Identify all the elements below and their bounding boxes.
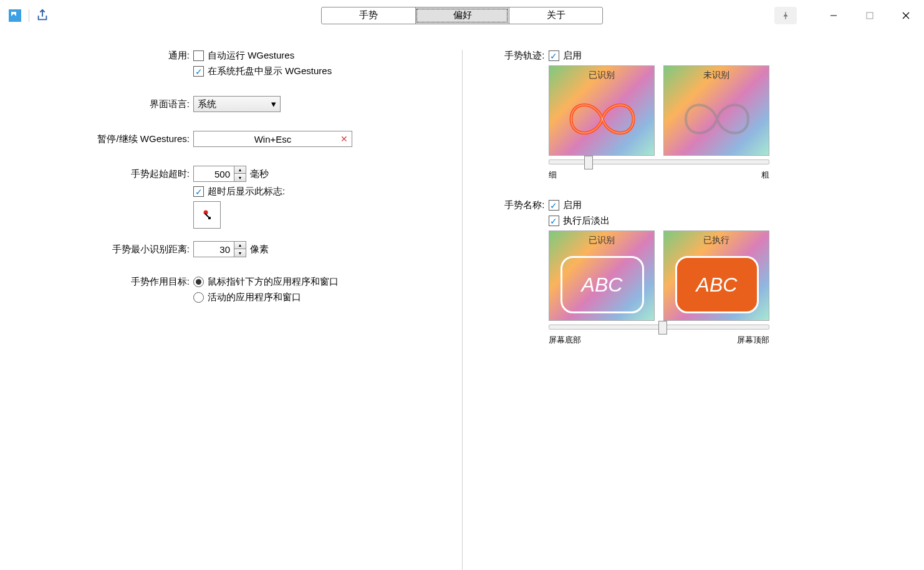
minimize-button[interactable] <box>816 2 852 29</box>
hotkey-value: Win+Esc <box>254 134 292 145</box>
name-enable-checkbox[interactable] <box>549 200 559 211</box>
language-value: 系统 <box>198 98 216 110</box>
slider-top-label: 屏幕顶部 <box>737 335 769 346</box>
name-executed-preview[interactable]: 已执行 ABC <box>663 230 769 321</box>
trail-recognized-preview[interactable]: 已识别 <box>549 65 655 156</box>
min-dist-unit: 像素 <box>250 244 269 255</box>
min-dist-input[interactable] <box>193 241 234 257</box>
show-flag-checkbox[interactable] <box>193 186 204 197</box>
tab-gestures[interactable]: 手势 <box>322 7 415 24</box>
pane-general: 通用: 自动运行 WGestures 在系统托盘中显示 WGestures 界面… <box>0 50 463 570</box>
timeout-unit: 毫秒 <box>250 168 269 180</box>
tab-about[interactable]: 关于 <box>509 7 602 24</box>
chevron-down-icon: ▾ <box>271 98 276 110</box>
name-position-thumb[interactable] <box>658 321 667 335</box>
abc-executed: ABC <box>675 256 759 313</box>
target-under-cursor-radio[interactable] <box>193 277 204 287</box>
min-dist-spinner[interactable]: ▲ ▼ <box>193 241 246 257</box>
share-icon[interactable] <box>36 9 49 22</box>
slider-thin-label: 细 <box>549 169 557 181</box>
tab-preferences[interactable]: 偏好 <box>415 7 509 24</box>
tray-checkbox[interactable] <box>193 66 204 77</box>
unrecognized-title: 未识别 <box>664 70 769 81</box>
language-select[interactable]: 系统 ▾ <box>193 96 281 112</box>
name-executed-title: 已执行 <box>664 235 769 246</box>
name-recognized-title: 已识别 <box>549 235 654 246</box>
tray-label: 在系统托盘中显示 WGestures <box>208 65 332 77</box>
name-label: 手势名称: <box>463 199 549 211</box>
min-dist-up[interactable]: ▲ <box>234 242 246 249</box>
min-dist-down[interactable]: ▼ <box>234 249 246 257</box>
pane-visual: 手势轨迹: 启用 已识别 未识别 细 粗 <box>463 50 925 570</box>
language-label: 界面语言: <box>0 98 193 110</box>
target-under-cursor-label: 鼠标指针下方的应用程序和窗口 <box>208 276 339 288</box>
svg-rect-2 <box>867 12 873 19</box>
titlebar: 手势 偏好 关于 <box>0 0 924 31</box>
hotkey-input[interactable]: Win+Esc ✕ <box>193 131 352 147</box>
abc-recognized: ABC <box>561 256 644 313</box>
autorun-checkbox[interactable] <box>193 50 204 61</box>
trail-unrecognized-preview[interactable]: 未识别 <box>663 65 769 156</box>
titlebar-left <box>0 8 49 23</box>
target-active-label: 活动的应用程序和窗口 <box>208 292 301 303</box>
svg-rect-0 <box>9 9 21 22</box>
hotkey-label: 暂停/继续 WGestures: <box>0 133 193 145</box>
name-recognized-preview[interactable]: 已识别 ABC <box>549 230 655 321</box>
tab-group: 手势 偏好 关于 <box>321 7 603 24</box>
hotkey-clear-button[interactable]: ✕ <box>340 134 348 144</box>
name-position-slider[interactable] <box>549 325 769 330</box>
fade-label: 执行后淡出 <box>563 215 610 227</box>
timeout-label: 手势起始超时: <box>0 168 193 180</box>
slider-thick-label: 粗 <box>761 169 769 181</box>
pin-button[interactable] <box>774 7 797 24</box>
timeout-up[interactable]: ▲ <box>234 166 246 174</box>
window-controls <box>774 2 924 29</box>
trail-enable-checkbox[interactable] <box>549 50 559 61</box>
maximize-button[interactable] <box>852 2 888 29</box>
timeout-flag-preview <box>193 201 221 229</box>
general-label: 通用: <box>0 50 193 62</box>
autorun-label: 自动运行 WGestures <box>208 50 294 62</box>
show-flag-label: 超时后显示此标志: <box>208 186 285 197</box>
trail-label: 手势轨迹: <box>463 50 549 62</box>
timeout-down[interactable]: ▼ <box>234 174 246 181</box>
timeout-input[interactable] <box>193 166 234 182</box>
target-label: 手势作用目标: <box>0 276 193 288</box>
content: 通用: 自动运行 WGestures 在系统托盘中显示 WGestures 界面… <box>0 31 924 570</box>
recognized-title: 已识别 <box>549 70 654 81</box>
trail-enable-label: 启用 <box>563 50 582 62</box>
app-icon <box>7 8 22 23</box>
trail-thickness-thumb[interactable] <box>584 156 593 169</box>
divider <box>29 9 29 22</box>
name-enable-label: 启用 <box>563 199 582 211</box>
slider-bottom-label: 屏幕底部 <box>549 335 581 346</box>
min-dist-label: 手势最小识别距离: <box>0 244 193 255</box>
timeout-spinner[interactable]: ▲ ▼ <box>193 166 246 182</box>
close-button[interactable] <box>888 2 924 29</box>
trail-thickness-slider[interactable] <box>549 159 769 164</box>
fade-checkbox[interactable] <box>549 216 559 226</box>
target-active-radio[interactable] <box>193 292 204 303</box>
